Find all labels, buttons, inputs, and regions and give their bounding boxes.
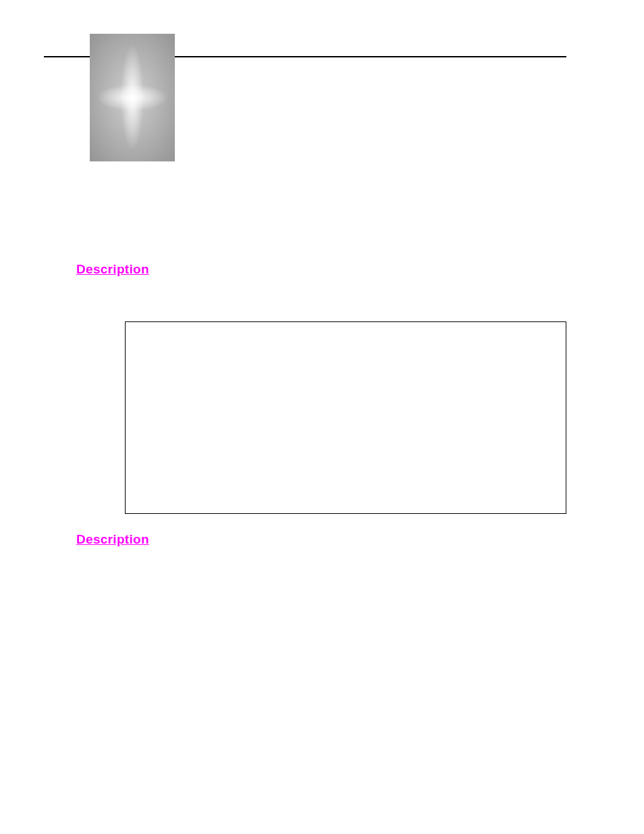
content-box-placeholder [125,321,566,514]
page: Description Description [0,0,644,834]
decorative-gradient-image [90,34,175,161]
section-heading-1: Description [76,262,149,277]
section-heading-2: Description [76,532,149,547]
